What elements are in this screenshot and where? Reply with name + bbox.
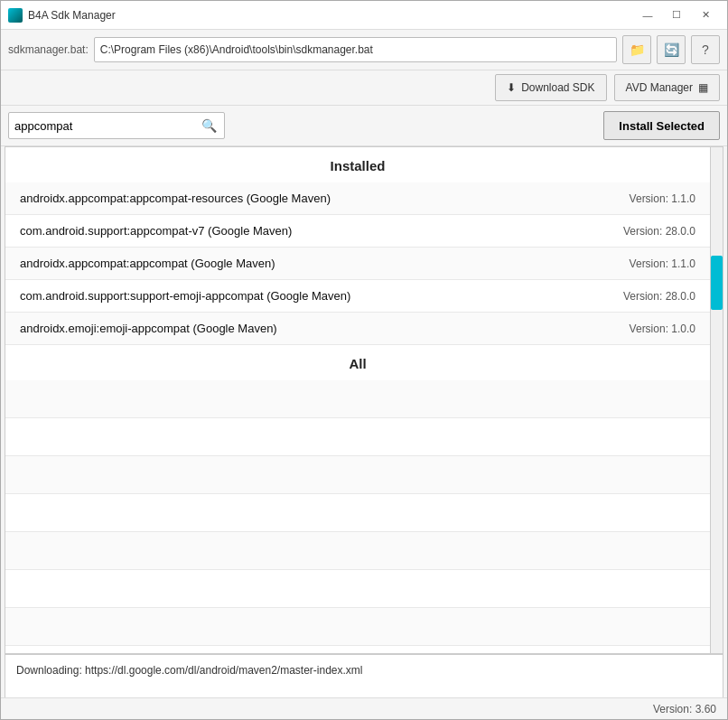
sdk-item-name: androidx.appcompat:appcompat-resources (…	[20, 192, 630, 205]
list-item	[5, 532, 710, 570]
sdk-item-version: Version: 28.0.0	[623, 225, 695, 238]
avd-icon: ▦	[698, 81, 708, 94]
avd-manager-label: AVD Manager	[626, 81, 693, 94]
list-item	[5, 608, 710, 646]
list-item	[5, 570, 710, 608]
sdk-item-version: Version: 1.0.0	[630, 323, 695, 335]
version-label: Version: 3.60	[653, 703, 716, 715]
sdk-item-name: com.android.support:support-emoji-appcom…	[20, 289, 623, 303]
sdk-item-version: Version: 1.1.0	[630, 192, 695, 205]
avd-manager-button[interactable]: AVD Manager ▦	[614, 74, 720, 101]
sdk-item-name: androidx.appcompat:appcompat (Google Mav…	[20, 257, 630, 270]
install-selected-button[interactable]: Install Selected	[603, 111, 720, 140]
version-bar: Version: 3.60	[1, 697, 727, 719]
search-icon: 🔍	[201, 118, 217, 133]
search-install-row: 🔍 Install Selected	[1, 106, 727, 146]
sdk-item-name: com.android.support:appcompat-v7 (Google…	[20, 224, 623, 238]
search-box: 🔍	[8, 112, 225, 139]
sdkmanager-path-input[interactable]	[94, 37, 617, 62]
list-item	[5, 456, 710, 494]
sdk-item-version: Version: 1.1.0	[630, 257, 695, 270]
status-bar: Downloading: https://dl.google.com/dl/an…	[5, 654, 723, 697]
list-item	[5, 380, 710, 418]
refresh-icon: 🔄	[664, 42, 679, 57]
list-item	[5, 494, 710, 532]
scrollbar-track[interactable]	[710, 147, 723, 653]
table-row[interactable]: androidx.appcompat:appcompat (Google Mav…	[5, 248, 710, 280]
sdk-list[interactable]: Installed androidx.appcompat:appcompat-r…	[5, 147, 710, 653]
installed-section-header: Installed	[5, 147, 710, 182]
list-item	[5, 418, 710, 456]
window-title: B4A Sdk Manager	[28, 9, 633, 22]
main-content: Installed androidx.appcompat:appcompat-r…	[5, 146, 723, 654]
minimize-button[interactable]: —	[633, 1, 662, 30]
download-sdk-button[interactable]: ⬇ Download SDK	[495, 74, 606, 101]
scrollbar-thumb[interactable]	[711, 256, 723, 310]
window-controls: — ☐ ✕	[633, 1, 720, 30]
action-toolbar: ⬇ Download SDK AVD Manager ▦	[1, 70, 727, 106]
download-icon: ⬇	[507, 81, 516, 94]
status-message: Downloading: https://dl.google.com/dl/an…	[16, 664, 363, 677]
sdkmanager-label: sdkmanager.bat:	[8, 43, 89, 56]
table-row[interactable]: androidx.emoji:emoji-appcompat (Google M…	[5, 313, 710, 345]
table-row[interactable]: com.android.support:appcompat-v7 (Google…	[5, 215, 710, 248]
all-section-header: All	[5, 345, 710, 380]
folder-button[interactable]: 📁	[622, 35, 651, 64]
refresh-button[interactable]: 🔄	[657, 35, 686, 64]
app-icon	[8, 8, 23, 23]
table-row[interactable]: androidx.appcompat:appcompat-resources (…	[5, 182, 710, 215]
sdk-item-version: Version: 28.0.0	[623, 290, 695, 303]
help-icon: ?	[702, 42, 709, 57]
main-window: B4A Sdk Manager — ☐ ✕ sdkmanager.bat: 📁 …	[0, 0, 728, 720]
help-button[interactable]: ?	[691, 35, 720, 64]
search-input[interactable]	[14, 119, 200, 133]
table-row[interactable]: com.android.support:support-emoji-appcom…	[5, 280, 710, 313]
search-button[interactable]: 🔍	[200, 118, 219, 133]
download-sdk-label: Download SDK	[521, 81, 594, 94]
path-toolbar: sdkmanager.bat: 📁 🔄 ?	[1, 30, 727, 70]
sdk-item-name: androidx.emoji:emoji-appcompat (Google M…	[20, 322, 630, 335]
close-button[interactable]: ✕	[691, 1, 720, 30]
folder-icon: 📁	[630, 42, 645, 57]
title-bar: B4A Sdk Manager — ☐ ✕	[1, 1, 727, 30]
maximize-button[interactable]: ☐	[662, 1, 691, 30]
